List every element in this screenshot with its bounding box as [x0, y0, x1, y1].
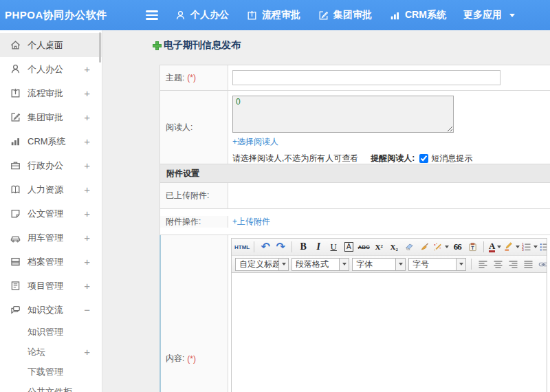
editor-content-area[interactable]: [232, 273, 547, 392]
sidebar-item-label: 下载管理: [28, 366, 90, 378]
broom-glyph: [419, 242, 430, 252]
undo-button[interactable]: ↶: [258, 240, 272, 254]
expand-plus-icon[interactable]: +: [84, 184, 90, 195]
readers-label-cell: 阅读人:: [160, 91, 228, 164]
sidebar-item-forum[interactable]: 论坛+: [0, 342, 102, 362]
subscript-button[interactable]: X₂: [387, 240, 401, 254]
chevron-down-icon[interactable]: [456, 259, 465, 270]
collapse-minus-icon[interactable]: −: [84, 305, 90, 315]
chevron-down-icon[interactable]: [339, 259, 349, 270]
sidebar-item-crm-system[interactable]: CRM系统+: [0, 129, 102, 153]
sidebar-item-admin-office[interactable]: 行政办公+: [0, 153, 102, 177]
sidebar-item-human-resources[interactable]: 人力资源+: [0, 177, 102, 202]
sidebar-item-label: 个人办公: [28, 63, 84, 76]
strikethrough-label: ABC: [358, 244, 370, 250]
expand-plus-icon[interactable]: +: [84, 347, 90, 357]
chevron-down-icon[interactable]: [395, 259, 405, 270]
sidebar-item-process-approval[interactable]: 流程审批+: [0, 81, 102, 105]
uploaded-attachments-label: 已上传附件:: [166, 190, 209, 202]
sidebar-item-label: 知识交流: [28, 304, 84, 316]
expand-plus-icon[interactable]: +: [84, 88, 90, 98]
font-color-button[interactable]: A: [488, 240, 502, 254]
eraser-icon[interactable]: [402, 240, 416, 254]
sidebar-item-project-management[interactable]: 项目管理+: [0, 274, 102, 298]
ordered-list-icon[interactable]: 123: [521, 240, 538, 254]
sms-notify-checkbox[interactable]: [419, 154, 428, 163]
marker-glyph: [503, 242, 514, 252]
sidebar-item-label: 档案管理: [28, 256, 84, 268]
edit-icon: [318, 10, 329, 21]
uploaded-attachments-cell: [228, 183, 550, 208]
sidebar-item-archive-management[interactable]: 档案管理+: [0, 250, 102, 274]
unordered-list-icon[interactable]: [539, 240, 547, 254]
expand-plus-icon[interactable]: +: [84, 160, 90, 171]
readers-textarea[interactable]: 0: [232, 96, 454, 133]
redo-button[interactable]: ↷: [274, 240, 287, 254]
justify-icon[interactable]: [521, 257, 535, 271]
sidebar-item-public-file-cabinet[interactable]: 公共文件柜: [0, 382, 102, 392]
toolbar-separator: [483, 241, 484, 252]
wand-glyph: [432, 242, 443, 252]
align-left-icon[interactable]: [476, 257, 490, 271]
select-readers-link[interactable]: +选择阅读人: [232, 137, 278, 146]
expand-plus-icon[interactable]: +: [84, 136, 90, 146]
italic-button[interactable]: I: [311, 240, 325, 254]
nav-personal-office[interactable]: 个人办公: [175, 9, 229, 21]
sidebar-item-knowledge-exchange[interactable]: 知识交流−: [0, 298, 102, 322]
italic-label: I: [316, 241, 320, 252]
sidebar-scrollbar[interactable]: [99, 32, 101, 63]
font-family-select[interactable]: 字体: [352, 258, 406, 271]
remind-readers-label: 提醒阅读人:: [371, 153, 415, 164]
expand-plus-icon[interactable]: +: [84, 232, 90, 243]
format-brush-icon[interactable]: [417, 240, 431, 254]
expand-plus-icon[interactable]: +: [84, 64, 90, 74]
expand-plus-icon[interactable]: +: [84, 257, 90, 267]
link-glyph: [538, 259, 547, 270]
link-icon[interactable]: [536, 257, 547, 271]
sidebar-item-vehicle-management[interactable]: 用车管理+: [0, 226, 102, 250]
strikethrough-button[interactable]: ABC: [357, 240, 371, 254]
paragraph-format-select[interactable]: 段落格式: [292, 258, 349, 271]
nav-group-approval[interactable]: 集团审批: [318, 9, 372, 21]
svg-text:T: T: [471, 245, 474, 250]
expand-plus-icon[interactable]: +: [84, 281, 90, 291]
bold-label: B: [300, 241, 307, 252]
nav-more-apps[interactable]: 更多应用: [463, 9, 515, 21]
sidebar-item-group-approval[interactable]: 集团审批+: [0, 105, 102, 129]
blockquote-button[interactable]: 66: [450, 240, 464, 254]
auto-typeset-icon[interactable]: [432, 240, 449, 254]
sidebar-item-label: 公共文件柜: [28, 386, 90, 392]
html-source-button[interactable]: HTML: [234, 240, 250, 254]
sidebar-item-document-management[interactable]: 公文管理+: [0, 202, 102, 226]
sidebar-item-knowledge-management[interactable]: 知识管理: [0, 322, 102, 342]
sidebar-item-download-management[interactable]: 下载管理: [0, 362, 102, 382]
justify-glyph: [523, 259, 534, 270]
car-icon: [10, 232, 21, 243]
menu-hamburger-icon[interactable]: [146, 10, 158, 20]
nav-process-approval[interactable]: 流程审批: [246, 9, 300, 21]
align-center-icon[interactable]: [491, 257, 505, 271]
background-color-icon[interactable]: [503, 240, 520, 254]
underline-button[interactable]: U: [327, 240, 340, 254]
expand-plus-icon[interactable]: +: [84, 208, 90, 219]
font-border-button[interactable]: A: [342, 240, 355, 254]
app-title: PHPOA协同办公软件: [0, 9, 138, 22]
align-right-icon[interactable]: [506, 257, 520, 271]
bold-button[interactable]: B: [296, 240, 310, 254]
font-size-select[interactable]: 字号: [408, 258, 466, 271]
upload-attachment-link[interactable]: +上传附件: [232, 216, 270, 228]
eraser-glyph: [404, 242, 415, 252]
subject-input[interactable]: [232, 70, 500, 85]
custom-title-select[interactable]: 自定义标题: [235, 258, 289, 271]
sidebar-item-personal-office[interactable]: 个人办公+: [0, 57, 102, 81]
sidebar-item-label: 论坛: [28, 346, 84, 358]
sidebar-item-personal-desktop[interactable]: 个人桌面: [0, 33, 102, 57]
subject-input-cell: [228, 65, 550, 90]
nav-crm-system[interactable]: CRM系统: [389, 9, 446, 21]
align-center-glyph: [493, 259, 503, 270]
superscript-button[interactable]: X²: [372, 240, 386, 254]
expand-plus-icon[interactable]: +: [84, 112, 90, 122]
paste-text-icon[interactable]: T: [465, 240, 479, 254]
chevron-down-icon[interactable]: [278, 259, 288, 270]
book-icon: [10, 184, 21, 195]
